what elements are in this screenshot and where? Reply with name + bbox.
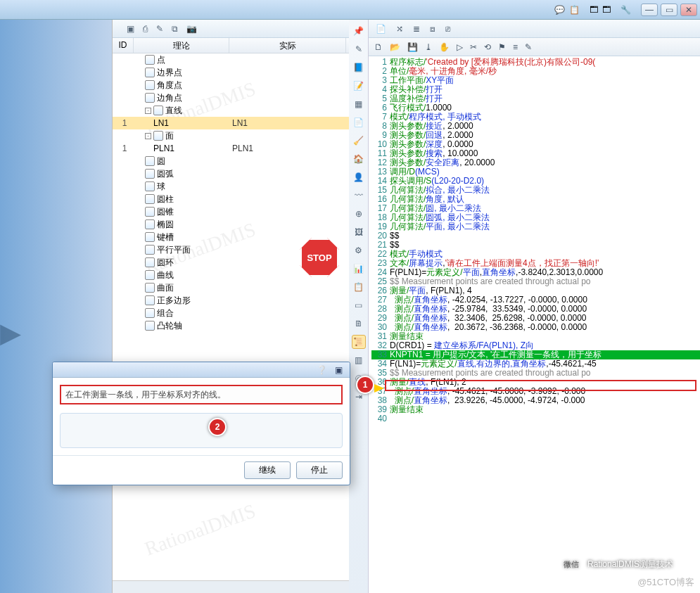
tree-row[interactable]: -直线	[113, 104, 349, 117]
pg-icon	[145, 295, 155, 305]
code-line[interactable]: 20$$	[371, 231, 700, 241]
edit-icon[interactable]: ✎	[525, 42, 532, 52]
tool-icon[interactable]: 📋	[352, 280, 366, 294]
tree-row[interactable]: 球	[113, 180, 349, 193]
stop-button[interactable]: 停止	[296, 461, 343, 479]
axis-icon[interactable]: ⤭	[396, 24, 403, 34]
stop-icon[interactable]: ✋	[439, 42, 450, 52]
continue-button[interactable]: 继续	[244, 461, 291, 479]
tree-row[interactable]: 曲面	[113, 281, 349, 294]
code-editor[interactable]: 1程序标志/'Created by [爱科腾瑞科技(北京)有限公司-09(2单位…	[369, 56, 700, 593]
col-actual[interactable]: 实际	[229, 38, 346, 53]
tool-icon[interactable]: 〰	[352, 189, 366, 203]
feature-tree[interactable]: 点边界点角度点边角点-直线1LN1LN1-面1PLN1PLN1圆圆弧球圆柱圆锥椭…	[113, 53, 349, 580]
tool-icon[interactable]: 📜	[352, 335, 366, 349]
cv-icon	[145, 270, 155, 280]
code-line[interactable]: 19几何算法/平面, 最小二乘法	[371, 222, 700, 231]
tool-icon[interactable]: 📷	[186, 24, 197, 34]
cm-icon	[145, 308, 155, 318]
minimize-button[interactable]: —	[641, 4, 658, 16]
tree-row[interactable]: 圆弧	[113, 167, 349, 180]
left-nav-pane	[0, 20, 113, 593]
col-name[interactable]: 理论	[134, 38, 229, 53]
tree-row[interactable]: 凸轮轴	[113, 319, 349, 332]
tab-icon[interactable]: 📄	[376, 24, 386, 34]
cut-icon[interactable]: ✂	[470, 42, 477, 52]
list-icon[interactable]: ≡	[513, 42, 518, 52]
tool-icon[interactable]: ✎	[352, 42, 366, 56]
dialog-titlebar[interactable]: ❔ ▣	[53, 362, 350, 378]
tool-icon[interactable]: 🔧	[621, 5, 631, 15]
close-icon[interactable]: ▣	[330, 365, 347, 375]
save-icon[interactable]: 💾	[407, 42, 418, 52]
dialog-input-area[interactable]	[60, 413, 343, 448]
tool-icon[interactable]: 📊	[352, 262, 366, 276]
tool-icon[interactable]: 📋	[569, 5, 580, 15]
tool-icon[interactable]: 🖼	[352, 225, 366, 239]
tree-row[interactable]: -面	[113, 129, 349, 142]
tool-icon[interactable]: 🧹	[352, 134, 366, 148]
annotation-highlight	[385, 380, 696, 391]
pin-icon[interactable]: 📌	[352, 24, 366, 38]
tool-icon[interactable]: 📝	[352, 79, 366, 93]
tree-row[interactable]: 圆柱	[113, 193, 349, 205]
tool-icon[interactable]: 📄	[352, 115, 366, 129]
tool-icon[interactable]: ⊕	[352, 207, 366, 221]
replace-icon[interactable]: ⟲	[484, 42, 491, 52]
tool-icon[interactable]: ⚙	[352, 243, 366, 257]
tree-row[interactable]: 圆	[113, 155, 349, 167]
cube-icon[interactable]: ▣	[127, 24, 134, 34]
flag-icon[interactable]: ⚑	[498, 42, 506, 52]
tool-icon[interactable]: 🗔	[602, 5, 611, 15]
scrollbar[interactable]	[113, 580, 349, 593]
tree-row[interactable]: 正多边形	[113, 294, 349, 307]
export-icon[interactable]: ⤓	[425, 42, 432, 52]
tool-icon[interactable]: ▥	[352, 353, 366, 367]
col-id[interactable]: ID	[113, 38, 134, 53]
tree-row[interactable]: 角度点	[113, 79, 349, 91]
tool-icon[interactable]: ≣	[413, 24, 420, 34]
tool-icon[interactable]: ⧉	[172, 24, 178, 34]
tool-icon[interactable]: ⎚	[445, 24, 450, 34]
tree-row[interactable]: 组合	[113, 307, 349, 319]
tool-icon[interactable]: 📘	[352, 60, 366, 75]
tree-row[interactable]: 1PLN1PLN1	[113, 142, 349, 155]
open-icon[interactable]: 📂	[390, 42, 400, 52]
close-button[interactable]: ✕	[680, 4, 697, 16]
code-line[interactable]: 39测量结束	[371, 405, 700, 414]
prompt-dialog: ❔ ▣ 在工件测量一条线，用于坐标系对齐的线。 继续 停止	[52, 362, 350, 485]
tree-row[interactable]: 点	[113, 53, 349, 66]
tree-row[interactable]: 圆锥	[113, 205, 349, 218]
code-toolbar-1: 📄 ⤭ ≣ ⧈ ⎚	[369, 20, 700, 38]
pl-icon	[153, 131, 163, 141]
tree-row[interactable]: 边角点	[113, 91, 349, 104]
code-line[interactable]: 40	[371, 414, 700, 423]
maximize-button[interactable]: ▭	[661, 4, 677, 16]
ln-icon	[153, 106, 163, 115]
run-icon[interactable]: ▷	[457, 42, 463, 52]
tree-row[interactable]: 边界点	[113, 66, 349, 79]
tool-icon[interactable]: ▭	[352, 298, 366, 312]
tool-icon[interactable]: 🏠	[352, 152, 366, 166]
tree-row[interactable]: 椭圆	[113, 218, 349, 231]
to-icon	[145, 257, 155, 267]
pp-icon	[145, 245, 155, 255]
tool-icon[interactable]: ⧈	[430, 24, 435, 34]
stop-button[interactable]: STOP	[300, 238, 339, 277]
feature-tree-pane: ▣ ⎙ ✎ ⧉ 📷 ID 理论 实际 点边界点角度点边角点-直线1LN1LN1-…	[113, 20, 349, 593]
tool-icon[interactable]: 🗎	[352, 317, 366, 331]
apt-icon	[145, 80, 155, 90]
tool-icon[interactable]: ⎙	[143, 24, 148, 34]
watermark: @51CTO博客	[637, 576, 694, 589]
help-icon[interactable]: ❔	[313, 365, 330, 375]
tree-row[interactable]: 1LN1LN1	[113, 117, 349, 129]
tool-icon[interactable]: ✎	[156, 24, 163, 34]
new-icon[interactable]: 🗋	[374, 42, 383, 52]
tool-icon[interactable]: ▦	[352, 97, 366, 111]
tool-icon[interactable]: 👤	[352, 170, 366, 184]
annotation-arrow	[374, 384, 384, 393]
tool-icon[interactable]: 🗔	[590, 5, 598, 15]
tool-icon[interactable]: 💬	[554, 5, 565, 15]
main-area: ▣ ⎙ ✎ ⧉ 📷 ID 理论 实际 点边界点角度点边角点-直线1LN1LN1-…	[0, 20, 700, 593]
ca-icon	[145, 321, 155, 331]
